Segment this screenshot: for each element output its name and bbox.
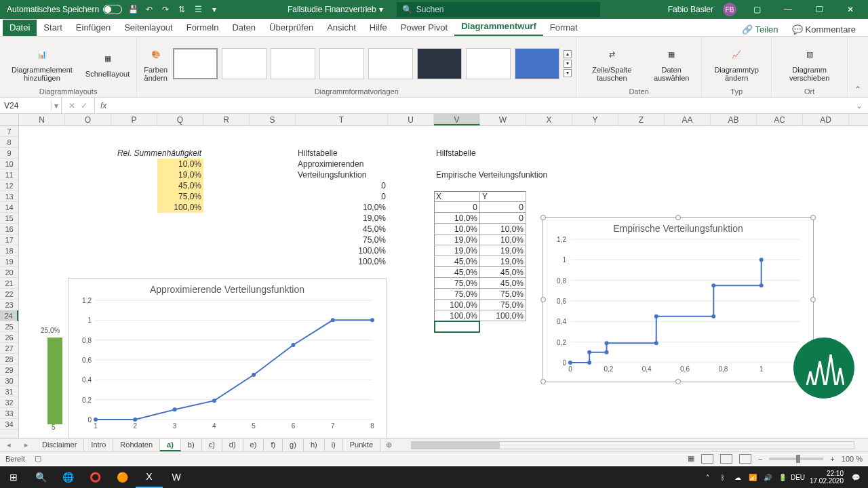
- tray-volume-icon[interactable]: 🔊: [761, 474, 774, 481]
- sheet-nav-prev-icon[interactable]: ◂: [0, 441, 18, 449]
- sheet-tab-b[interactable]: b): [181, 439, 202, 451]
- view-page-break-button[interactable]: [739, 454, 751, 464]
- tray-language[interactable]: DEU: [791, 474, 804, 481]
- cell-v14[interactable]: 10,0%: [434, 213, 480, 224]
- chart-handle-nw[interactable]: [540, 215, 546, 220]
- row-header-10[interactable]: 10: [0, 159, 18, 169]
- customize-qat-icon[interactable]: ▾: [209, 4, 220, 15]
- tray-notifications-icon[interactable]: 💬: [849, 474, 863, 481]
- taskbar-app-3[interactable]: 🟠: [108, 466, 136, 488]
- sheet-tab-Intro[interactable]: Intro: [84, 439, 113, 451]
- sheet-tab-e[interactable]: e): [243, 439, 264, 451]
- tab-daten[interactable]: Daten: [225, 20, 262, 36]
- cell-q13[interactable]: 75,0%: [157, 191, 203, 202]
- system-clock[interactable]: 22:10 17.02.2020: [806, 470, 848, 485]
- touch-icon[interactable]: ☰: [193, 4, 203, 15]
- taskbar-word[interactable]: W: [163, 466, 190, 488]
- undo-icon[interactable]: ↶: [144, 4, 155, 15]
- name-box-dropdown-icon[interactable]: ▾: [52, 98, 62, 113]
- chart-element-button[interactable]: 📊 Diagrammelement hinzufügen: [4, 44, 80, 83]
- cell-t13[interactable]: 0: [342, 191, 388, 202]
- cell-w20[interactable]: 45,0%: [480, 278, 526, 289]
- cell-t18[interactable]: 100,0%: [342, 245, 388, 256]
- user-avatar[interactable]: FB: [723, 3, 736, 16]
- cell-w14[interactable]: 0: [480, 213, 526, 224]
- macro-record-icon[interactable]: ▢: [35, 454, 41, 463]
- cell-v22[interactable]: 100,0%: [434, 300, 480, 310]
- tray-overflow-icon[interactable]: ˄: [701, 474, 715, 481]
- row-header-20[interactable]: 20: [0, 267, 18, 278]
- change-colors-button[interactable]: 🎨 Farben ändern: [141, 44, 170, 83]
- chart-style-1[interactable]: [173, 48, 218, 79]
- col-header-X[interactable]: X: [526, 114, 572, 125]
- cell-t16[interactable]: 45,0%: [342, 224, 388, 235]
- zoom-slider[interactable]: [769, 458, 823, 460]
- fx-icon[interactable]: fx: [95, 101, 112, 110]
- move-chart-button[interactable]: ▧ Diagramm verschieben: [776, 44, 843, 83]
- col-header-W[interactable]: W: [480, 114, 526, 125]
- cell-w23[interactable]: 100,0%: [480, 310, 526, 321]
- view-normal-button[interactable]: [701, 454, 713, 464]
- cell-s11[interactable]: Verteilungsfunktion: [296, 169, 368, 180]
- search-input[interactable]: 🔍 Suchen: [397, 2, 600, 17]
- document-name[interactable]: Fallstudie Finanzvertrieb ▾: [288, 5, 383, 14]
- row-header-13[interactable]: 13: [0, 191, 18, 202]
- cell-v23[interactable]: 100,0%: [434, 310, 480, 321]
- chart-style-6[interactable]: [417, 48, 462, 79]
- close-icon[interactable]: ✕: [840, 0, 861, 19]
- cells-area[interactable]: Rel. Summenhäufigkeit 10,0% 19,0% 45,0% …: [19, 126, 868, 438]
- cell-w19[interactable]: 45,0%: [480, 267, 526, 278]
- chart-style-8[interactable]: [515, 48, 559, 79]
- col-header-N[interactable]: N: [19, 114, 65, 125]
- col-header-V[interactable]: V: [434, 114, 480, 125]
- row-header-29[interactable]: 29: [0, 365, 18, 375]
- row-header-19[interactable]: 19: [0, 256, 18, 267]
- zoom-level[interactable]: 100 %: [842, 455, 863, 463]
- row-header-31[interactable]: 31: [0, 386, 18, 397]
- col-header-Y[interactable]: Y: [572, 114, 618, 125]
- col-header-AC[interactable]: AC: [757, 114, 803, 125]
- gallery-up-icon[interactable]: ▴: [564, 50, 572, 58]
- sheet-tab-Rohdaten[interactable]: Rohdaten: [113, 439, 160, 451]
- tab-seitenlayout[interactable]: Seitenlayout: [117, 20, 180, 36]
- chart-style-3[interactable]: [271, 48, 315, 79]
- tab-hilfe[interactable]: Hilfe: [363, 20, 394, 36]
- cell-s9[interactable]: Hilfstabelle: [296, 148, 340, 159]
- cell-q11[interactable]: 19,0%: [157, 169, 203, 180]
- sheet-tab-c[interactable]: c): [202, 439, 222, 451]
- minimize-icon[interactable]: —: [777, 0, 799, 19]
- row-header-34[interactable]: 34: [0, 419, 18, 430]
- row-header-8[interactable]: 8: [0, 137, 18, 148]
- cell-q9[interactable]: Rel. Summenhäufigkeit: [111, 148, 203, 159]
- col-header-AB[interactable]: AB: [711, 114, 757, 125]
- row-header-21[interactable]: 21: [0, 278, 18, 289]
- sheet-tab-i[interactable]: i): [325, 439, 343, 451]
- quick-layout-button[interactable]: ▦ Schnelllayout: [83, 48, 132, 79]
- cell-v9[interactable]: Hilfstabelle: [434, 148, 478, 159]
- sheet-tab-h[interactable]: h): [304, 439, 325, 451]
- taskbar-app-1[interactable]: 🌐: [54, 466, 81, 488]
- chart-handle-ne[interactable]: [810, 215, 816, 220]
- gallery-down-icon[interactable]: ▾: [564, 60, 572, 68]
- tab-ansicht[interactable]: Ansicht: [320, 20, 363, 36]
- tab-start[interactable]: Start: [37, 20, 68, 36]
- collapse-ribbon-icon[interactable]: ⌃: [848, 82, 868, 97]
- cell-t12[interactable]: 0: [342, 180, 388, 191]
- sheet-tab-f[interactable]: f): [264, 439, 283, 451]
- col-header-P[interactable]: P: [111, 114, 157, 125]
- sheet-tab-d[interactable]: d): [222, 439, 243, 451]
- row-header-33[interactable]: 33: [0, 408, 18, 419]
- row-header-32[interactable]: 32: [0, 397, 18, 408]
- tray-bluetooth-icon[interactable]: ᛒ: [716, 474, 730, 481]
- cell-w18[interactable]: 19,0%: [480, 256, 526, 267]
- chart-style-2[interactable]: [222, 48, 267, 79]
- cell-s10[interactable]: Approximierenden: [296, 159, 366, 169]
- tray-onedrive-icon[interactable]: ☁: [731, 474, 745, 481]
- sheet-tab-Punkte[interactable]: Punkte: [343, 439, 380, 451]
- chart-handle-sw[interactable]: [540, 379, 546, 384]
- ribbon-mode-icon[interactable]: ▢: [746, 0, 768, 19]
- zoom-in-icon[interactable]: +: [830, 455, 834, 463]
- select-data-button[interactable]: ▦ Daten auswählen: [646, 44, 697, 83]
- row-header-7[interactable]: 7: [0, 126, 18, 137]
- horizontal-scrollbar[interactable]: [411, 441, 854, 449]
